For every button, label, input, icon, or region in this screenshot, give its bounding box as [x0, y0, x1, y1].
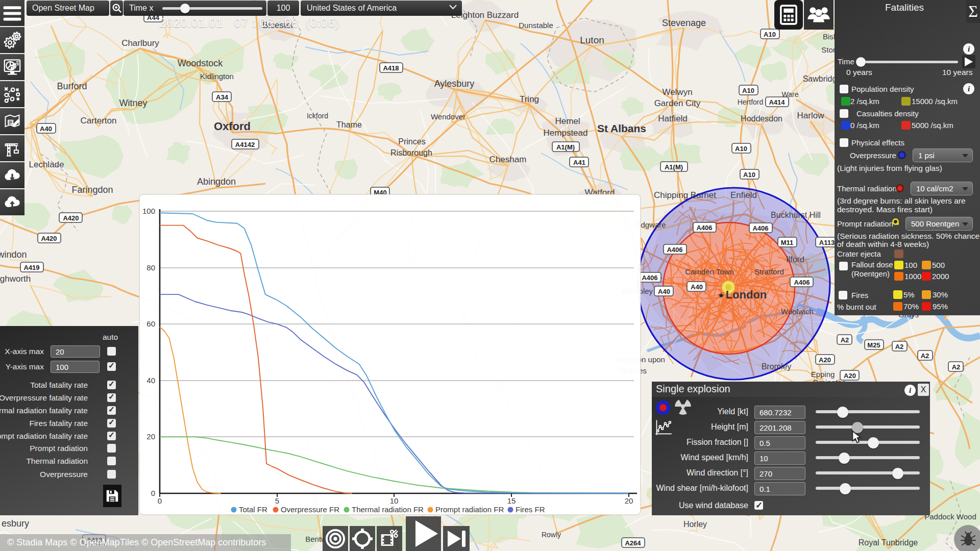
svg-text:Stevenage: Stevenage [662, 18, 706, 28]
svg-text:A406: A406 [752, 224, 768, 232]
svg-text:A34: A34 [216, 93, 229, 101]
svg-text:Rowly: Rowly [542, 531, 561, 539]
svg-text:Highworth: Highworth [0, 274, 31, 284]
svg-text:A2: A2 [952, 363, 961, 371]
svg-text:10: 10 [390, 496, 399, 505]
svg-text:A420: A420 [63, 214, 79, 222]
svg-text:Harlow: Harlow [797, 111, 825, 120]
svg-text:A1(M): A1(M) [556, 143, 575, 151]
svg-text:Princes: Princes [398, 137, 425, 146]
svg-text:A10: A10 [743, 171, 755, 179]
svg-text:A10: A10 [735, 145, 747, 153]
svg-text:Hempstead: Hempstead [544, 128, 588, 138]
svg-text:A40: A40 [40, 125, 52, 133]
svg-text:Kidlington: Kidlington [200, 72, 234, 81]
svg-text:A10: A10 [764, 31, 776, 38]
svg-text:80: 80 [146, 263, 155, 272]
svg-text:A414: A414 [769, 98, 785, 106]
svg-text:Buckhurst Hill: Buckhurst Hill [771, 211, 821, 219]
svg-text:A406: A406 [696, 224, 712, 232]
svg-text:Risborough: Risborough [390, 148, 432, 157]
svg-text:London: London [726, 288, 767, 301]
svg-text:A1(M): A1(M) [665, 163, 683, 171]
svg-text:Woodstock: Woodstock [178, 58, 224, 68]
svg-text:Ickford: Ickford [307, 112, 328, 120]
svg-text:Dunstable: Dunstable [519, 21, 553, 30]
svg-text:40: 40 [146, 376, 155, 385]
svg-text:A419: A419 [23, 264, 39, 271]
svg-text:Paddock Wood: Paddock Wood [924, 512, 976, 521]
svg-text:Ware: Ware [782, 90, 799, 98]
svg-text:Welwyn: Welwyn [662, 87, 692, 97]
svg-text:Thermal radiation FR: Thermal radiation FR [352, 505, 424, 514]
svg-text:Chipping Barnet: Chipping Barnet [654, 190, 716, 200]
svg-text:Hoddesdon: Hoddesdon [741, 114, 782, 123]
svg-text:Tring: Tring [520, 94, 539, 104]
svg-text:A406: A406 [667, 246, 682, 254]
svg-text:Ilford: Ilford [786, 255, 804, 264]
svg-text:Chesham: Chesham [489, 155, 527, 164]
svg-text:Hemel: Hemel [555, 116, 580, 126]
svg-text:Bromley: Bromley [762, 362, 792, 371]
svg-text:Lechlade: Lechlade [29, 160, 64, 169]
svg-text:A264: A264 [625, 539, 641, 547]
svg-text:Hatfield: Hatfield [658, 114, 688, 123]
svg-text:A40: A40 [691, 283, 703, 291]
svg-text:★: ★ [718, 291, 724, 299]
svg-text:Faringdon: Faringdon [71, 185, 113, 195]
svg-text:St Albans: St Albans [597, 122, 646, 134]
svg-text:A406: A406 [642, 274, 657, 282]
svg-text:A113: A113 [819, 239, 835, 246]
svg-text:A10: A10 [742, 87, 754, 94]
svg-text:Royal Tunbridge: Royal Tunbridge [859, 538, 918, 547]
svg-text:Charlbury: Charlbury [121, 38, 159, 48]
svg-text:60: 60 [146, 319, 155, 328]
svg-text:Aylesbury: Aylesbury [434, 79, 475, 89]
svg-text:Carterton: Carterton [81, 116, 117, 126]
svg-text:Luton: Luton [580, 35, 604, 45]
svg-text:M11: M11 [781, 239, 794, 246]
svg-text:M25: M25 [867, 341, 880, 349]
svg-text:Oxford: Oxford [214, 120, 251, 133]
svg-text:Woolwich: Woolwich [781, 307, 814, 316]
svg-text:100: 100 [142, 207, 155, 215]
svg-text:A4142: A4142 [235, 141, 255, 148]
svg-text:20: 20 [625, 496, 633, 505]
svg-text:Garden City: Garden City [654, 98, 701, 108]
svg-text:Witney: Witney [119, 98, 147, 108]
svg-text:Prompt radiation FR: Prompt radiation FR [435, 505, 504, 514]
svg-text:Abingdon: Abingdon [197, 177, 236, 187]
svg-text:A420: A420 [41, 235, 57, 242]
svg-text:A40: A40 [658, 288, 670, 295]
svg-text:0: 0 [158, 496, 162, 505]
svg-text:Enfield: Enfield [730, 190, 757, 200]
svg-text:20: 20 [146, 432, 155, 441]
svg-text:A2: A2 [921, 352, 929, 360]
svg-text:Burford: Burford [57, 81, 87, 91]
svg-text:Camden Town: Camden Town [685, 267, 734, 276]
svg-text:Total FR: Total FR [239, 505, 267, 514]
svg-text:Horley: Horley [683, 520, 707, 529]
svg-text:A406: A406 [794, 279, 810, 286]
svg-text:esbury: esbury [2, 518, 29, 529]
svg-text:5: 5 [275, 496, 279, 505]
svg-text:A41: A41 [573, 159, 585, 166]
svg-text:Epping: Epping [811, 370, 835, 379]
svg-text:A20: A20 [819, 356, 831, 364]
svg-text:A2: A2 [841, 336, 849, 344]
svg-text:15: 15 [507, 496, 516, 505]
svg-text:0: 0 [151, 489, 155, 497]
svg-text:Fires FR: Fires FR [516, 505, 545, 514]
svg-text:Overpressure FR: Overpressure FR [281, 505, 339, 514]
svg-text:Thame: Thame [336, 120, 362, 129]
svg-text:A2: A2 [895, 343, 904, 350]
svg-text:Stratford: Stratford [754, 267, 784, 276]
svg-text:A418: A418 [383, 64, 399, 72]
svg-text:Swindon: Swindon [0, 249, 27, 260]
svg-text:Hertford: Hertford [738, 98, 764, 106]
svg-text:Wendover: Wendover [431, 112, 465, 121]
